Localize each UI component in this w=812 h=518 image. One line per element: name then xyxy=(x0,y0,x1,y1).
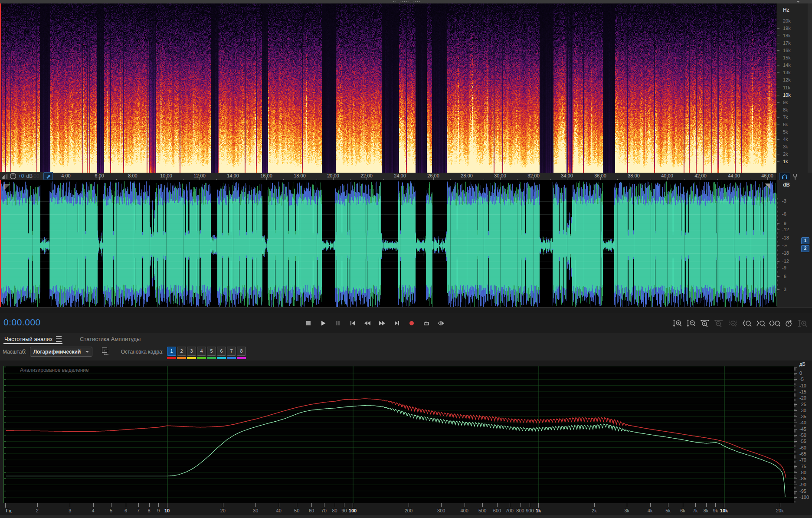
rewind-button[interactable] xyxy=(363,318,372,328)
db-minor-tick xyxy=(794,425,796,426)
channel-button-2[interactable]: 2 xyxy=(801,245,809,252)
panel-grip-bar[interactable] xyxy=(0,0,812,3)
hz-tick xyxy=(279,503,279,507)
timeline-ruler[interactable]: 4:006:008:0010:0012:0014:0016:0018:0020:… xyxy=(0,173,776,180)
db-minor-tick xyxy=(794,474,796,474)
db-minor-tick xyxy=(794,374,796,375)
zoom-to-selection-full-button[interactable] xyxy=(769,318,780,328)
hold-frame-button-2[interactable]: 2 xyxy=(177,347,186,356)
hold-frame-button-6[interactable]: 6 xyxy=(217,347,226,356)
db-minor-tick xyxy=(794,424,796,424)
spectrogram-view[interactable] xyxy=(0,3,776,173)
hz-tick xyxy=(706,503,707,507)
db-rail-label: дБ xyxy=(799,361,805,367)
pause-button[interactable] xyxy=(333,318,343,328)
loop-playback-button[interactable] xyxy=(422,318,431,328)
db-minor-tick xyxy=(794,493,796,494)
db-minor-tick xyxy=(794,452,796,453)
db-minor-tick xyxy=(794,378,796,378)
pin-button[interactable] xyxy=(43,172,53,180)
db-minor-tick xyxy=(794,486,796,486)
db-major-label: -70 xyxy=(799,457,806,462)
db-major-label: -100 xyxy=(799,495,809,500)
zoom-to-selection-out-point-button[interactable] xyxy=(755,318,766,328)
db-minor-tick xyxy=(794,428,796,428)
db-minor-tick xyxy=(794,475,796,475)
amplitude-axis: dB -3-6-9-12-18-∞-18-12-9-6-312 xyxy=(776,180,812,307)
hz-tick-label: 1k xyxy=(536,508,541,513)
hold-frame-button-3[interactable]: 3 xyxy=(187,347,196,356)
zoom-in-horizontal-button[interactable] xyxy=(700,318,710,328)
time-display[interactable]: 0:00.000 xyxy=(3,317,41,328)
hold-frame-button-7[interactable]: 7 xyxy=(227,347,236,356)
hz-tick xyxy=(158,503,159,507)
hz-tick xyxy=(111,503,111,507)
panel-menu-caret-icon[interactable] xyxy=(796,1,800,3)
hz-tick xyxy=(324,503,324,507)
waveform-view[interactable] xyxy=(0,180,776,307)
frequency-plot[interactable] xyxy=(3,366,794,503)
db-minor-tick xyxy=(777,288,778,289)
zoom-in-point-icon xyxy=(742,319,752,327)
tab-amplitude-statistics[interactable]: Статистика Амплитуды xyxy=(79,333,141,345)
hz-tick-label: 2k xyxy=(783,151,788,157)
db-minor-tick xyxy=(794,469,796,469)
hz-tick xyxy=(594,503,595,507)
hold-frame-button-5[interactable]: 5 xyxy=(207,347,216,356)
hold-label: Остановка кадра: xyxy=(121,349,164,355)
db-minor-tick xyxy=(777,235,778,235)
selection-handle-left[interactable] xyxy=(4,184,10,190)
hz-tick xyxy=(777,102,779,103)
hold-frame-button-4[interactable]: 4 xyxy=(197,347,206,356)
db-minor-tick xyxy=(777,284,778,285)
hz-tick-label: 19k xyxy=(783,26,791,31)
db-major-label: -90 xyxy=(799,482,806,487)
zoom-in-vertical-button[interactable] xyxy=(672,318,683,328)
skip-selection-button[interactable] xyxy=(436,318,446,328)
hz-tick xyxy=(497,503,498,507)
tab-frequency-analysis[interactable]: Частотный анализ xyxy=(3,333,62,345)
db-minor-tick xyxy=(777,283,778,283)
db-major-label: -55 xyxy=(799,439,806,444)
db-minor-tick xyxy=(794,436,796,437)
db-minor-tick xyxy=(777,210,778,210)
fast-forward-button[interactable] xyxy=(377,318,387,328)
db-minor-tick xyxy=(777,203,778,204)
hold-frame-button-8[interactable]: 8 xyxy=(237,347,246,356)
channel-button-1[interactable]: 1 xyxy=(801,237,809,244)
db-minor-tick xyxy=(794,413,796,413)
zoom-out-horizontal-button[interactable] xyxy=(714,318,724,328)
tuning-fork-icon[interactable] xyxy=(793,174,797,180)
scale-select[interactable]: Логарифмический xyxy=(30,347,92,357)
hz-rail-label: Гц xyxy=(6,508,11,513)
selection-handle-right[interactable] xyxy=(765,184,770,189)
gain-value[interactable]: +0 xyxy=(18,173,24,179)
db-minor-tick xyxy=(794,409,796,410)
zoom-to-selection-in-point-button[interactable] xyxy=(741,318,752,328)
db-tick xyxy=(777,268,779,268)
db-major-label: -40 xyxy=(799,420,806,425)
skip-to-start-button[interactable] xyxy=(348,318,357,328)
hz-tick-label: 40 xyxy=(276,508,282,513)
db-minor-tick xyxy=(794,390,796,391)
record-button[interactable] xyxy=(407,318,416,328)
hz-tick xyxy=(627,503,627,507)
copy-frames-button[interactable] xyxy=(102,348,110,354)
hold-frame-button-1[interactable]: 1 xyxy=(167,347,176,356)
db-minor-tick xyxy=(777,285,778,286)
reset-zoom-button[interactable] xyxy=(783,318,794,328)
hz-tick xyxy=(409,503,409,507)
skip-to-end-button[interactable] xyxy=(392,318,402,328)
monitor-headphones-button[interactable] xyxy=(779,173,790,180)
hz-tick xyxy=(353,503,353,508)
zoom-out-vertical-button[interactable] xyxy=(686,318,697,328)
zoom-to-selection-button[interactable] xyxy=(727,318,738,328)
hold-frame-color-5 xyxy=(207,357,216,359)
stop-button[interactable] xyxy=(304,318,313,328)
zoom-full-button[interactable] xyxy=(797,318,808,328)
play-button[interactable] xyxy=(318,318,328,328)
panel-menu-icon[interactable] xyxy=(56,336,62,342)
vertical-scrollbar[interactable] xyxy=(808,3,812,173)
grip-handle-icon[interactable] xyxy=(393,1,420,3)
gain-knob-icon[interactable] xyxy=(10,173,16,180)
